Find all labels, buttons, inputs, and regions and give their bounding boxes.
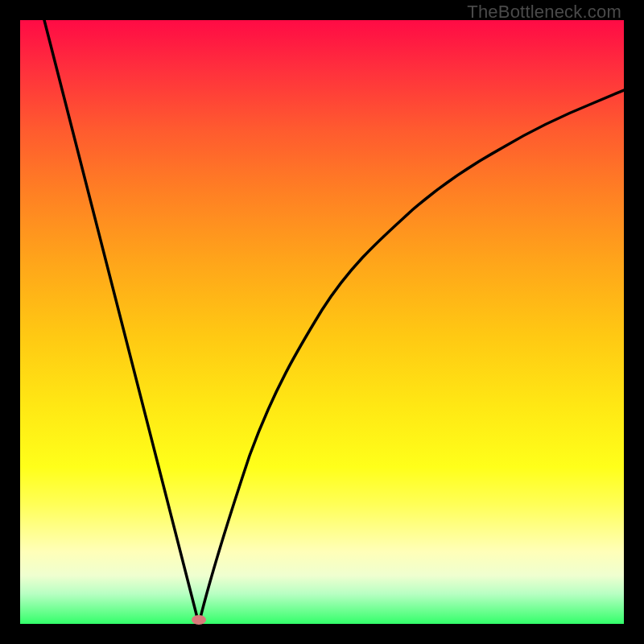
curve-svg bbox=[20, 20, 624, 624]
chart-frame: TheBottleneck.com bbox=[0, 0, 644, 644]
bottleneck-curve bbox=[44, 20, 624, 624]
plot-area bbox=[20, 20, 624, 624]
